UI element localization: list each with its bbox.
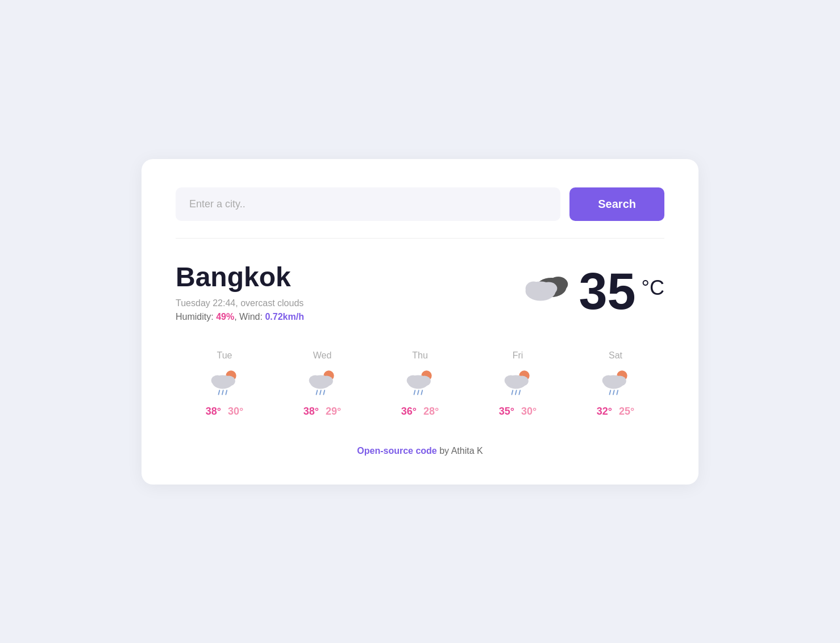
forecast-icon-wed [307, 366, 338, 400]
forecast-temps-wed: 38° 29° [303, 406, 341, 417]
svg-point-28 [504, 375, 517, 385]
city-name: Bangkok [176, 261, 304, 293]
forecast-temps-thu: 36° 28° [401, 406, 439, 417]
humidity-value: 49% [216, 312, 234, 322]
temp-high-thu: 36° [401, 406, 417, 417]
forecast-day-thu: Thu [412, 350, 428, 361]
svg-point-8 [222, 375, 235, 386]
search-button[interactable]: Search [569, 187, 664, 221]
svg-line-17 [319, 390, 321, 394]
current-weather: Bangkok Tuesday 22:44, overcast clouds H… [176, 261, 664, 322]
svg-line-32 [519, 390, 520, 394]
city-input[interactable] [176, 187, 560, 221]
svg-line-37 [609, 390, 610, 394]
forecast-row: Tue 38° 30° Wed [176, 350, 664, 417]
temp-low-fri: 30° [521, 406, 537, 417]
svg-point-7 [211, 375, 223, 385]
temp-low-sat: 25° [619, 406, 634, 417]
main-weather-icon [522, 266, 570, 317]
svg-line-23 [414, 390, 415, 394]
forecast-item-sat: Sat 32° 25° [567, 350, 664, 417]
forecast-icon-tue [209, 366, 240, 400]
open-source-link[interactable]: Open-source code [357, 446, 436, 456]
footer-suffix: by Athita K [437, 446, 483, 456]
svg-line-16 [316, 390, 317, 394]
forecast-temps-tue: 38° 30° [206, 406, 243, 417]
forecast-item-wed: Wed 38° 29° [273, 350, 371, 417]
forecast-temps-sat: 32° 25° [597, 406, 634, 417]
weather-description: Tuesday 22:44, overcast clouds [176, 298, 304, 308]
forecast-item-thu: Thu 36° 28° [371, 350, 469, 417]
city-info: Bangkok Tuesday 22:44, overcast clouds H… [176, 261, 304, 322]
temp-low-tue: 30° [228, 406, 243, 417]
temp-low-thu: 28° [423, 406, 439, 417]
forecast-day-fri: Fri [513, 350, 523, 361]
forecast-icon-thu [405, 366, 436, 400]
temp-high-fri: 35° [499, 406, 514, 417]
wind-value: 0.72km/h [265, 312, 303, 322]
temp-high-sat: 32° [597, 406, 612, 417]
svg-line-10 [222, 390, 223, 394]
svg-line-11 [226, 390, 227, 394]
svg-line-38 [613, 390, 614, 394]
forecast-temps-fri: 35° 30° [499, 406, 537, 417]
wind-label: Wind: [239, 312, 263, 322]
humidity-label: Humidity: [176, 312, 214, 322]
forecast-icon-sat [600, 366, 631, 400]
svg-line-9 [218, 390, 219, 394]
svg-line-39 [617, 390, 618, 394]
temp-high-tue: 38° [206, 406, 221, 417]
svg-line-31 [515, 390, 516, 394]
svg-line-30 [512, 390, 513, 394]
temp-high-wed: 38° [303, 406, 319, 417]
svg-point-4 [540, 282, 558, 295]
svg-point-15 [320, 375, 332, 386]
svg-point-3 [526, 282, 542, 296]
forecast-day-sat: Sat [609, 350, 622, 361]
weather-card: Search Bangkok Tuesday 22:44, overcast c… [142, 159, 698, 485]
svg-point-22 [418, 375, 430, 386]
svg-line-18 [323, 390, 325, 394]
temp-low-wed: 29° [326, 406, 341, 417]
footer: Open-source code by Athita K [176, 446, 664, 456]
svg-point-36 [613, 375, 626, 386]
svg-point-35 [602, 375, 614, 385]
svg-line-25 [421, 390, 422, 394]
forecast-icon-fri [502, 366, 534, 400]
temperature-display: 35 °C [522, 266, 664, 317]
forecast-day-tue: Tue [217, 350, 232, 361]
forecast-item-tue: Tue 38° 30° [176, 350, 273, 417]
forecast-item-fri: Fri 35° 30° [469, 350, 567, 417]
forecast-day-wed: Wed [313, 350, 332, 361]
temperature-unit: °C [642, 276, 664, 300]
svg-point-29 [515, 375, 528, 386]
svg-line-24 [417, 390, 418, 394]
main-temperature: 35 [579, 266, 635, 317]
search-row: Search [176, 187, 664, 239]
svg-point-21 [406, 375, 419, 385]
svg-point-14 [309, 375, 321, 385]
weather-details: Humidity: 49%, Wind: 0.72km/h [176, 312, 304, 322]
